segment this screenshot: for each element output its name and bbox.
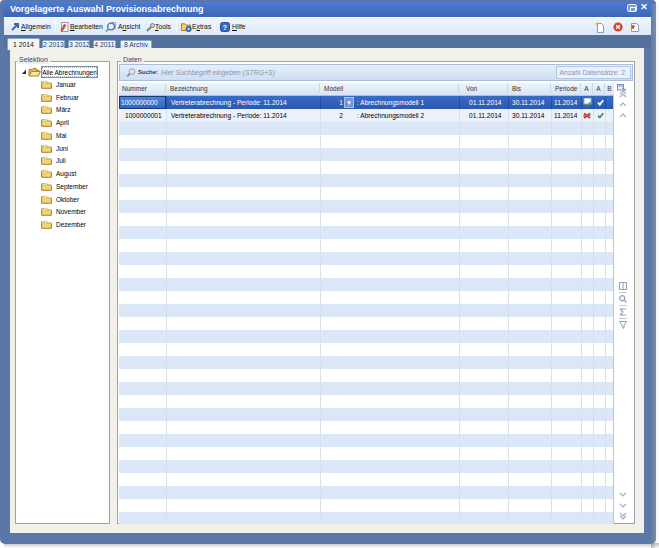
svg-text:?: ? [223, 24, 227, 31]
